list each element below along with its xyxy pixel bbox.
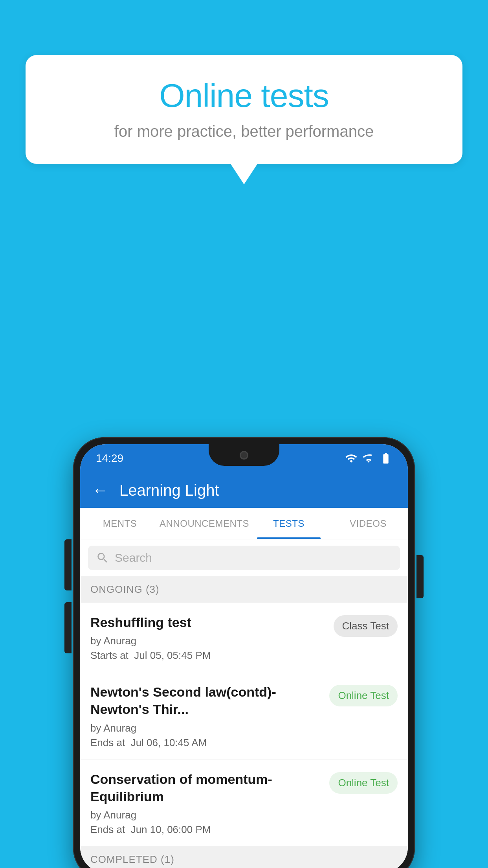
search-box[interactable]: Search (88, 546, 400, 570)
test-badge-3: Online Test (329, 772, 398, 794)
app-title: Learning Light (119, 482, 219, 499)
test-date-2: Ends at Jul 06, 10:45 AM (90, 737, 323, 749)
search-placeholder: Search (115, 551, 152, 565)
test-info-2: Newton's Second law(contd)-Newton's Thir… (90, 683, 323, 748)
back-button[interactable]: ← (92, 481, 108, 500)
tab-ments[interactable]: MENTS (80, 508, 160, 539)
notch (209, 444, 279, 466)
tabs-bar: MENTS ANNOUNCEMENTS TESTS VIDEOS (80, 508, 408, 539)
tab-tests[interactable]: TESTS (249, 508, 328, 539)
promo-bubble: Online tests for more practice, better p… (26, 55, 462, 164)
test-date-1: Starts at Jul 05, 05:45 PM (90, 649, 327, 662)
test-item[interactable]: Conservation of momentum-Equilibrium by … (80, 760, 408, 846)
status-bar: 14:29 (80, 444, 408, 473)
test-badge-1: Class Test (334, 615, 398, 637)
battery-icon (380, 452, 392, 465)
app-header: ← Learning Light (80, 473, 408, 508)
test-date-3: Ends at Jun 10, 06:00 PM (90, 824, 323, 836)
test-item[interactable]: Reshuffling test by Anurag Starts at Jul… (80, 603, 408, 672)
test-name-2: Newton's Second law(contd)-Newton's Thir… (90, 683, 323, 718)
wifi-icon (345, 452, 358, 465)
status-time: 14:29 (96, 452, 123, 465)
test-info-3: Conservation of momentum-Equilibrium by … (90, 771, 323, 836)
status-icons (345, 452, 392, 465)
test-badge-2: Online Test (329, 685, 398, 706)
ongoing-section-header: ONGOING (3) (80, 576, 408, 603)
signal-icon (362, 452, 375, 465)
test-item[interactable]: Newton's Second law(contd)-Newton's Thir… (80, 672, 408, 759)
completed-label: COMPLETED (1) (90, 853, 174, 865)
tab-announcements[interactable]: ANNOUNCEMENTS (160, 508, 249, 539)
test-author-1: by Anurag (90, 635, 327, 647)
test-author-2: by Anurag (90, 722, 323, 734)
bubble-subtitle: for more practice, better performance (49, 123, 439, 140)
test-info-1: Reshuffling test by Anurag Starts at Jul… (90, 614, 327, 662)
tab-videos[interactable]: VIDEOS (328, 508, 408, 539)
test-name-3: Conservation of momentum-Equilibrium (90, 771, 323, 805)
camera-dot (240, 451, 248, 460)
search-container: Search (80, 539, 408, 576)
search-icon (96, 551, 109, 565)
completed-section-header: COMPLETED (1) (80, 846, 408, 868)
bubble-title: Online tests (49, 77, 439, 115)
test-name-1: Reshuffling test (90, 614, 327, 631)
phone-device: 14:29 (73, 437, 415, 868)
phone-frame: 14:29 (73, 437, 415, 868)
ongoing-label: ONGOING (3) (90, 583, 160, 595)
phone-screen: 14:29 (80, 444, 408, 868)
bubble-card: Online tests for more practice, better p… (26, 55, 462, 164)
test-author-3: by Anurag (90, 809, 323, 821)
